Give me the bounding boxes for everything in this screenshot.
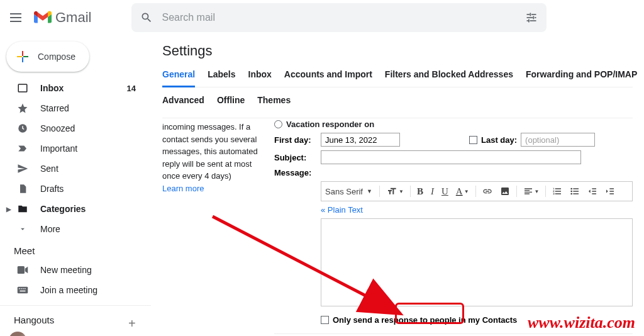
tab-offline[interactable]: Offline (217, 95, 245, 111)
indent-more-icon[interactable] (602, 185, 618, 198)
svg-rect-7 (530, 20, 536, 21)
italic-icon[interactable]: I (428, 185, 436, 198)
sidebar-item-categories[interactable]: ▶Categories (0, 199, 151, 219)
svg-rect-6 (527, 20, 529, 21)
svg-rect-9 (22, 51, 23, 56)
svg-rect-20 (25, 288, 26, 289)
vacation-responder-on[interactable]: Vacation responder on (274, 120, 633, 129)
only-contacts-checkbox[interactable] (321, 316, 329, 324)
tab-advanced[interactable]: Advanced (162, 95, 204, 111)
font-size-icon[interactable]: ▼ (384, 185, 406, 198)
plain-text-link[interactable]: « Plain Text (321, 205, 363, 215)
svg-rect-13 (18, 84, 27, 92)
bold-icon[interactable]: B (414, 185, 426, 198)
watermark: www.wizita.com (528, 313, 635, 332)
svg-rect-19 (23, 288, 24, 289)
tab-themes[interactable]: Themes (257, 95, 291, 111)
sidebar-item-snoozed[interactable]: Snoozed (0, 118, 151, 138)
keyboard-icon (16, 286, 29, 294)
sidebar-item-sent[interactable]: Sent (0, 159, 151, 179)
radio-icon (274, 120, 282, 128)
svg-rect-11 (22, 57, 23, 62)
tune-icon[interactable] (525, 11, 538, 24)
text-color-icon[interactable]: A▼ (453, 185, 472, 198)
editor-toolbar: Sans Serif▼ ▼ B I U A▼ ▼ (321, 181, 633, 201)
svg-rect-3 (527, 17, 533, 18)
drafts-icon (16, 183, 29, 194)
svg-rect-17 (19, 288, 20, 289)
numbered-list-icon[interactable] (550, 185, 565, 198)
important-icon (16, 143, 29, 154)
caret-right-icon: ▶ (6, 206, 15, 213)
gmail-m-icon (34, 11, 52, 25)
tab-forwarding[interactable]: Forwarding and POP/IMAP (526, 69, 637, 87)
subject-label: Subject: (274, 153, 316, 162)
chevron-down-icon (16, 225, 29, 233)
svg-rect-12 (17, 56, 22, 57)
svg-point-22 (571, 188, 573, 190)
nav-label: Sent (40, 164, 58, 174)
svg-rect-0 (527, 14, 530, 15)
tab-inbox[interactable]: Inbox (248, 69, 272, 87)
inbox-icon (16, 82, 29, 94)
avatar (9, 332, 26, 336)
nav-label: Drafts (40, 184, 64, 194)
indent-less-icon[interactable] (585, 185, 600, 198)
gmail-logo[interactable]: Gmail (34, 9, 91, 26)
message-label: Message: (274, 168, 316, 177)
sidebar-item-starred[interactable]: Starred (0, 98, 151, 118)
video-icon (16, 266, 29, 274)
align-icon[interactable]: ▼ (521, 185, 542, 198)
subject-input[interactable] (321, 150, 581, 164)
nav-label: New meeting (40, 265, 92, 275)
nav-label: Important (40, 143, 77, 154)
last-day-input[interactable] (521, 133, 595, 147)
bullet-list-icon[interactable] (567, 185, 582, 198)
link-icon[interactable] (480, 185, 495, 198)
sent-icon (16, 163, 29, 174)
nav-label: Starred (40, 103, 69, 113)
new-chat-icon[interactable]: + (128, 316, 136, 331)
search-icon (140, 11, 153, 24)
message-editor[interactable] (321, 218, 633, 306)
svg-rect-4 (535, 17, 536, 18)
svg-rect-2 (530, 13, 531, 16)
tab-labels[interactable]: Labels (208, 69, 235, 87)
last-day-checkbox[interactable] (469, 136, 477, 144)
nav-label: Join a meeting (40, 285, 97, 295)
sidebar-item-new-meeting[interactable]: New meeting (0, 260, 151, 280)
tab-accounts[interactable]: Accounts and Import (284, 69, 372, 87)
search-bar[interactable] (131, 3, 547, 32)
vacation-description: incoming messages. If a contact sends yo… (162, 118, 268, 336)
gmail-logo-text: Gmail (55, 9, 91, 26)
settings-tabs: General Labels Inbox Accounts and Import… (162, 69, 633, 87)
sidebar-item-join-meeting[interactable]: Join a meeting (0, 280, 151, 300)
sidebar-item-inbox[interactable]: Inbox14 (0, 78, 151, 98)
nav-label: Snoozed (40, 123, 75, 133)
sidebar-item-important[interactable]: Important (0, 138, 151, 159)
categories-icon (16, 203, 29, 215)
plus-icon (15, 49, 30, 64)
nav-label: More (40, 224, 60, 234)
clock-icon (16, 123, 29, 134)
annotation-highlight-save (395, 303, 464, 324)
search-input[interactable] (162, 12, 516, 23)
tab-general[interactable]: General (162, 69, 195, 87)
sidebar-item-more[interactable]: More (0, 219, 151, 239)
font-family-select[interactable]: Sans Serif▼ (325, 187, 375, 196)
svg-rect-16 (18, 287, 28, 294)
compose-button[interactable]: Compose (6, 42, 89, 72)
sidebar-item-drafts[interactable]: Drafts (0, 179, 151, 199)
learn-more-link[interactable]: Learn more (162, 184, 204, 193)
first-day-label: First day: (274, 135, 316, 145)
menu-icon[interactable] (10, 10, 25, 25)
svg-rect-1 (531, 14, 536, 15)
star-icon (16, 103, 29, 114)
svg-rect-8 (528, 19, 530, 22)
image-icon[interactable] (497, 185, 513, 198)
underline-icon[interactable]: U (439, 185, 451, 198)
svg-rect-15 (18, 266, 25, 274)
nav-label: Categories (40, 204, 86, 214)
tab-filters[interactable]: Filters and Blocked Addresses (385, 69, 513, 87)
first-day-input[interactable] (321, 133, 400, 147)
